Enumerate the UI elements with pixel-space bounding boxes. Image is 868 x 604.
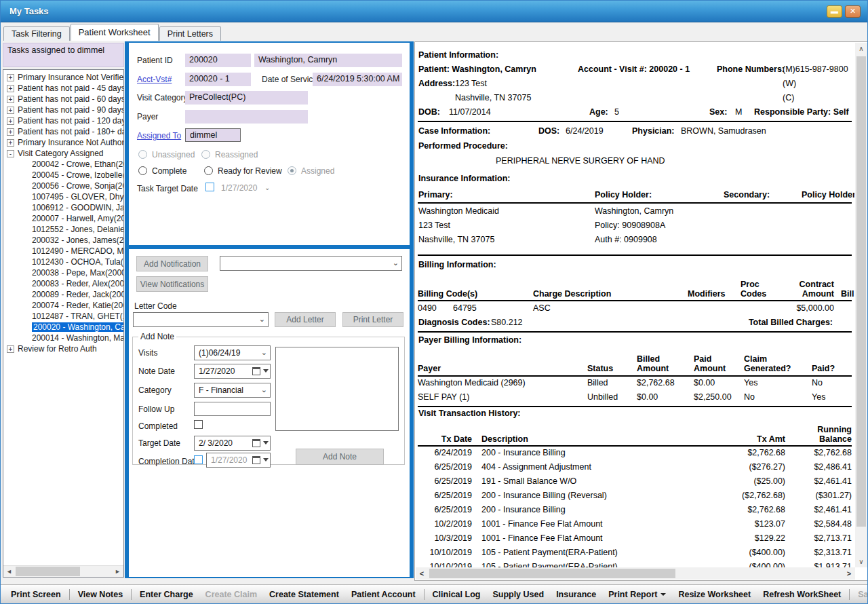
- tree-item-label[interactable]: 1012552 - Jones, Delanie(: [32, 225, 123, 234]
- tree-item[interactable]: 200056 - Crowe, Sonja(20: [3, 181, 123, 191]
- tree-item[interactable]: + Primary Insurance Not Authori: [3, 137, 123, 148]
- add-notification-button[interactable]: Add Notification: [136, 256, 208, 271]
- tree-item[interactable]: 200014 - Washington, Ma: [3, 333, 123, 343]
- tree-item-label[interactable]: Primary Insurance Not Verified: [18, 73, 123, 82]
- tree-item-label[interactable]: 1007495 - GLOVER, Dhya: [32, 192, 123, 202]
- tab-print-letters[interactable]: Print Letters: [159, 26, 221, 41]
- tree-item-label[interactable]: Patient has not paid - 180+ da: [18, 127, 123, 136]
- completed-checkbox[interactable]: [194, 420, 203, 429]
- close-button[interactable]: ✕: [845, 5, 861, 18]
- radio-ready-for-review[interactable]: [204, 166, 213, 175]
- radio-complete[interactable]: [138, 166, 147, 175]
- scroll-thumb[interactable]: [429, 569, 675, 578]
- tree-item-label[interactable]: 1012430 - OCHOA, Tula(1: [32, 257, 123, 267]
- task-target-date-dropdown-icon[interactable]: ⌄: [264, 184, 270, 191]
- tree-item[interactable]: + Patient has not paid - 120 days: [3, 115, 123, 126]
- tree-item[interactable]: + Patient has not paid - 45 days: [3, 83, 123, 94]
- tree-item[interactable]: 200045 - Crowe, Izobelle(2: [3, 170, 123, 181]
- radio-ready-for-review-label[interactable]: Ready for Review: [218, 166, 282, 176]
- tree-item-label[interactable]: Review for Retro Auth: [18, 344, 97, 354]
- toolbar-button[interactable]: Refresh WorkSheet: [757, 587, 847, 602]
- minimize-button[interactable]: ▬: [827, 5, 842, 18]
- notification-combo[interactable]: ⌄: [220, 256, 402, 271]
- worksheet-vertical-scrollbar[interactable]: ∧ ∨: [855, 43, 867, 567]
- toolbar-button[interactable]: Save: [852, 587, 868, 602]
- note-date-picker[interactable]: 1/27/2020: [194, 364, 271, 379]
- completion-date-picker[interactable]: 1/27/2020: [206, 453, 271, 468]
- task-target-date-value[interactable]: 1/27/2020: [221, 183, 257, 193]
- add-letter-button[interactable]: Add Letter: [275, 312, 336, 327]
- tree-expander-icon[interactable]: +: [7, 74, 14, 81]
- tree-item-label[interactable]: 200042 - Crowe, Ethan(200: [32, 159, 123, 169]
- category-combo[interactable]: F - Financial⌄: [194, 383, 271, 398]
- note-text-area[interactable]: [275, 347, 399, 431]
- tree-item-label[interactable]: Patient has not paid - 90 days: [18, 105, 123, 115]
- tree-expander-icon[interactable]: +: [7, 345, 14, 353]
- tree-item-label[interactable]: 200074 - Reder, Katie(200: [32, 301, 123, 310]
- toolbar-button[interactable]: Clinical Log: [427, 587, 487, 602]
- tree-item[interactable]: 200042 - Crowe, Ethan(200: [3, 159, 123, 170]
- tree-item-label[interactable]: 200038 - Pepe, Max(2000: [32, 268, 123, 278]
- toolbar-button[interactable]: Print Report: [602, 587, 672, 602]
- acct-vst-link[interactable]: Acct-Vst#: [137, 75, 172, 84]
- tab-task-filtering[interactable]: Task Filtering: [3, 26, 70, 41]
- tree-expander-icon[interactable]: +: [7, 139, 14, 147]
- tree-item[interactable]: + Review for Retro Auth: [3, 343, 123, 354]
- toolbar-button[interactable]: Patient Account: [345, 587, 422, 602]
- tree-item-label[interactable]: 200045 - Crowe, Izobelle(2: [32, 170, 123, 180]
- tree-item-label[interactable]: Visit Category Assigned: [18, 149, 104, 158]
- tree-expander-icon[interactable]: +: [7, 128, 14, 136]
- view-notifications-button[interactable]: View Notifications: [136, 276, 208, 292]
- tree-expander-icon[interactable]: +: [7, 96, 14, 103]
- tree-expander-icon[interactable]: -: [7, 150, 14, 157]
- letter-code-combo[interactable]: ⌄: [133, 312, 269, 327]
- tree-item[interactable]: 1012430 - OCHOA, Tula(1: [3, 257, 123, 267]
- worksheet-horizontal-scrollbar[interactable]: < >: [416, 567, 855, 580]
- toolbar-button[interactable]: Create Claim: [199, 587, 263, 602]
- tree-item[interactable]: 200020 - Washington, Ca: [3, 322, 123, 333]
- tree-item[interactable]: 1012552 - Jones, Delanie(: [3, 224, 123, 235]
- visits-combo[interactable]: (1)06/24/19⌄: [194, 345, 271, 360]
- toolbar-button[interactable]: Supply Used: [486, 587, 550, 602]
- tree-item[interactable]: + Patient has not paid - 90 days: [3, 105, 123, 115]
- tree-item-label[interactable]: 200007 - Harwell, Amy(20: [32, 214, 123, 223]
- scroll-left-icon[interactable]: <: [416, 567, 428, 580]
- tree-item[interactable]: + Primary Insurance Not Verified: [3, 72, 123, 83]
- tree-item-label[interactable]: 1006912 - GOODWIN, Jas: [32, 203, 123, 212]
- tree-item[interactable]: 200032 - Jones, James(20: [3, 235, 123, 246]
- tree-horizontal-scrollbar[interactable]: ◄ ►: [3, 565, 123, 577]
- tree-item-label[interactable]: Patient has not paid - 120 days: [18, 116, 123, 126]
- scroll-right-icon[interactable]: ►: [112, 566, 123, 577]
- toolbar-button[interactable]: View Notes: [72, 587, 129, 602]
- tree-item-label[interactable]: Patient has not paid - 60 days: [18, 94, 123, 104]
- scroll-thumb[interactable]: [856, 56, 866, 527]
- add-note-button[interactable]: Add Note: [296, 449, 384, 465]
- tree-expander-icon[interactable]: +: [7, 107, 14, 114]
- assigned-to-link[interactable]: Assigned To: [137, 131, 181, 140]
- tree-item-label[interactable]: Primary Insurance Not Authori: [18, 138, 123, 147]
- task-target-date-checkbox[interactable]: [205, 183, 214, 191]
- scroll-down-icon[interactable]: ∨: [855, 556, 867, 567]
- scroll-right-icon[interactable]: >: [843, 567, 855, 580]
- toolbar-button[interactable]: Insurance: [550, 587, 602, 602]
- tree-item-label[interactable]: Patient has not paid - 45 days: [18, 83, 123, 93]
- tree-item-label[interactable]: 200020 - Washington, Ca: [32, 322, 123, 332]
- scroll-left-icon[interactable]: ◄: [3, 566, 15, 577]
- tree-item[interactable]: - Visit Category Assigned: [3, 148, 123, 159]
- tree-expander-icon[interactable]: +: [7, 85, 14, 92]
- target-date-picker[interactable]: 2/ 3/2020: [194, 436, 271, 451]
- tree-item[interactable]: + Patient has not paid - 180+ da: [3, 126, 123, 137]
- follow-up-input[interactable]: [194, 402, 271, 416]
- print-letter-button[interactable]: Print Letter: [342, 312, 403, 327]
- toolbar-button[interactable]: Resize Worksheet: [672, 587, 757, 602]
- scroll-up-icon[interactable]: ∧: [855, 43, 867, 54]
- tree-item-label[interactable]: 1012490 - MERCADO, M: [32, 246, 123, 256]
- tree-item[interactable]: 200038 - Pepe, Max(2000: [3, 267, 123, 278]
- tree-item[interactable]: 1007495 - GLOVER, Dhya: [3, 191, 123, 202]
- tree-expander-icon[interactable]: +: [7, 117, 14, 125]
- tree-item[interactable]: 1012490 - MERCADO, M: [3, 246, 123, 257]
- completion-date-checkbox[interactable]: [194, 455, 203, 464]
- assigned-to-field[interactable]: dimmel: [185, 128, 241, 142]
- tree-item[interactable]: 200007 - Harwell, Amy(20: [3, 213, 123, 224]
- tree-item-label[interactable]: 200083 - Reder, Alex(200: [32, 279, 123, 288]
